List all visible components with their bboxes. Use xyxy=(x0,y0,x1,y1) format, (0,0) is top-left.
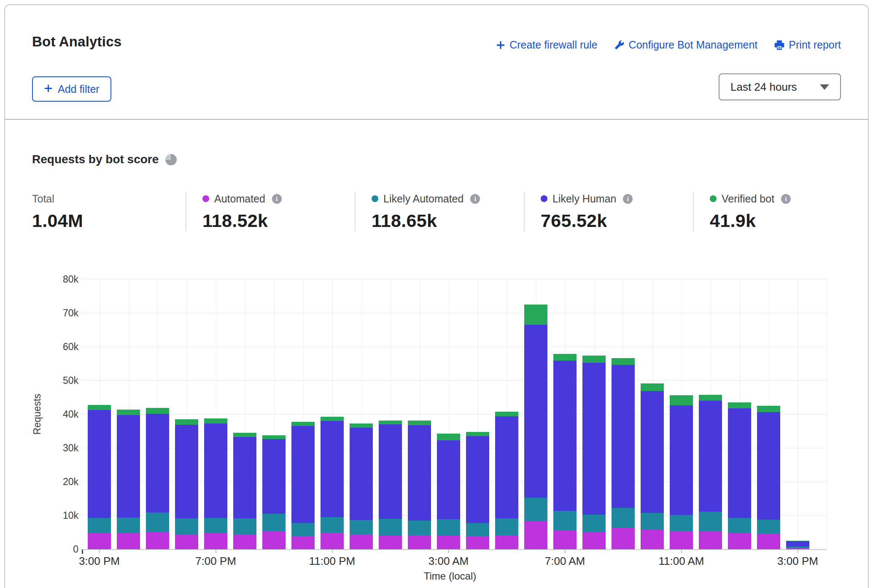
bar-segment-likely-human[interactable] xyxy=(466,436,489,523)
bar-segment-verified-bot[interactable] xyxy=(204,418,227,423)
bar-segment-likely-automated[interactable] xyxy=(88,518,111,534)
bar-segment-automated[interactable] xyxy=(757,534,780,549)
bar-segment-verified-bot[interactable] xyxy=(786,541,809,541)
bar-segment-likely-human[interactable] xyxy=(175,425,198,518)
add-filter-button[interactable]: Add filter xyxy=(32,76,111,102)
bar-segment-likely-human[interactable] xyxy=(495,416,518,518)
bar-segment-verified-bot[interactable] xyxy=(466,432,489,436)
info-icon[interactable]: i xyxy=(272,194,282,204)
bar-segment-likely-human[interactable] xyxy=(786,541,809,547)
bar-segment-verified-bot[interactable] xyxy=(350,423,373,428)
bar-segment-automated[interactable] xyxy=(612,528,635,549)
bar-segment-verified-bot[interactable] xyxy=(117,410,140,415)
bar-segment-automated[interactable] xyxy=(408,535,431,549)
bar-segment-verified-bot[interactable] xyxy=(379,421,402,424)
bar-segment-verified-bot[interactable] xyxy=(582,356,606,363)
bar-segment-automated[interactable] xyxy=(88,533,111,549)
bar-segment-verified-bot[interactable] xyxy=(612,358,635,365)
print-report-link[interactable]: Print report xyxy=(774,39,841,51)
bar-segment-likely-automated[interactable] xyxy=(495,518,518,535)
bar-segment-verified-bot[interactable] xyxy=(728,402,751,408)
bar-segment-automated[interactable] xyxy=(146,532,169,549)
bar-segment-likely-automated[interactable] xyxy=(233,518,256,534)
info-icon[interactable]: i xyxy=(623,194,633,204)
bar-segment-automated[interactable] xyxy=(728,533,751,549)
bar-segment-likely-human[interactable] xyxy=(291,426,315,523)
bar-segment-likely-automated[interactable] xyxy=(204,518,227,534)
configure-bot-management-link[interactable]: Configure Bot Management xyxy=(614,39,758,51)
info-icon[interactable]: i xyxy=(781,194,791,204)
bar-segment-likely-automated[interactable] xyxy=(786,547,809,548)
bar-segment-likely-automated[interactable] xyxy=(175,518,198,534)
bar-segment-automated[interactable] xyxy=(466,536,489,549)
bar-segment-likely-automated[interactable] xyxy=(379,519,402,536)
bar-segment-automated[interactable] xyxy=(204,533,227,549)
bar-segment-likely-human[interactable] xyxy=(262,439,286,514)
bar-segment-likely-human[interactable] xyxy=(437,440,460,519)
bar-segment-verified-bot[interactable] xyxy=(262,435,286,439)
bar-segment-verified-bot[interactable] xyxy=(641,383,664,391)
bar-segment-likely-automated[interactable] xyxy=(466,523,489,536)
bar-segment-likely-automated[interactable] xyxy=(699,512,722,531)
bar-segment-likely-automated[interactable] xyxy=(641,513,664,530)
bar-segment-likely-automated[interactable] xyxy=(117,518,140,533)
bar-segment-verified-bot[interactable] xyxy=(321,417,344,421)
bar-segment-verified-bot[interactable] xyxy=(408,421,431,425)
bar-segment-automated[interactable] xyxy=(233,535,256,549)
bar-segment-likely-automated[interactable] xyxy=(262,514,286,531)
bar-segment-likely-human[interactable] xyxy=(321,421,344,517)
bar-segment-likely-human[interactable] xyxy=(146,414,169,512)
bar-segment-verified-bot[interactable] xyxy=(88,405,111,410)
bar-segment-automated[interactable] xyxy=(321,533,344,549)
bar-segment-likely-human[interactable] xyxy=(699,401,722,512)
bar-segment-verified-bot[interactable] xyxy=(699,395,722,401)
bar-segment-automated[interactable] xyxy=(379,536,402,549)
bar-segment-verified-bot[interactable] xyxy=(233,433,256,437)
bar-segment-likely-human[interactable] xyxy=(117,415,140,517)
bar-segment-verified-bot[interactable] xyxy=(146,408,169,414)
bar-segment-verified-bot[interactable] xyxy=(670,395,693,405)
bar-segment-likely-human[interactable] xyxy=(641,391,664,513)
bar-segment-verified-bot[interactable] xyxy=(437,434,460,440)
bar-segment-likely-human[interactable] xyxy=(350,428,373,520)
bar-segment-likely-automated[interactable] xyxy=(350,520,373,535)
bar-segment-automated[interactable] xyxy=(582,532,606,549)
bar-segment-likely-human[interactable] xyxy=(757,412,780,519)
bar-segment-likely-human[interactable] xyxy=(408,425,431,521)
bar-segment-likely-human[interactable] xyxy=(612,365,635,507)
bar-segment-automated[interactable] xyxy=(641,530,664,549)
bar-segment-automated[interactable] xyxy=(262,531,286,549)
time-range-select[interactable]: Last 24 hours xyxy=(719,73,841,100)
bar-segment-likely-human[interactable] xyxy=(553,361,577,511)
bar-segment-verified-bot[interactable] xyxy=(524,305,547,325)
bar-segment-automated[interactable] xyxy=(495,535,518,549)
bar-segment-likely-human[interactable] xyxy=(728,408,751,518)
bar-segment-likely-automated[interactable] xyxy=(670,515,693,531)
bar-segment-likely-automated[interactable] xyxy=(553,511,577,531)
bar-segment-automated[interactable] xyxy=(699,531,722,549)
bar-segment-automated[interactable] xyxy=(175,534,198,549)
create-firewall-rule-link[interactable]: Create firewall rule xyxy=(496,39,597,51)
bar-segment-verified-bot[interactable] xyxy=(495,412,518,416)
bar-segment-automated[interactable] xyxy=(437,536,460,549)
bar-segment-verified-bot[interactable] xyxy=(291,422,315,426)
bar-segment-likely-automated[interactable] xyxy=(146,512,169,532)
bar-segment-likely-automated[interactable] xyxy=(321,517,344,533)
bar-segment-likely-human[interactable] xyxy=(670,405,693,515)
bar-segment-automated[interactable] xyxy=(786,548,809,549)
bar-segment-likely-automated[interactable] xyxy=(437,519,460,536)
info-icon[interactable]: i xyxy=(470,194,480,204)
bar-segment-likely-human[interactable] xyxy=(204,423,227,518)
bar-segment-likely-automated[interactable] xyxy=(582,515,606,532)
bar-segment-likely-automated[interactable] xyxy=(408,521,431,535)
bar-segment-likely-human[interactable] xyxy=(233,437,256,518)
bar-segment-verified-bot[interactable] xyxy=(757,406,780,412)
bar-segment-automated[interactable] xyxy=(117,533,140,549)
bar-segment-automated[interactable] xyxy=(670,531,693,549)
bar-segment-likely-human[interactable] xyxy=(88,410,111,518)
bar-segment-automated[interactable] xyxy=(291,536,315,549)
bar-segment-likely-human[interactable] xyxy=(379,424,402,519)
bar-segment-automated[interactable] xyxy=(524,521,547,549)
bar-segment-likely-human[interactable] xyxy=(524,325,547,498)
bar-segment-automated[interactable] xyxy=(350,535,373,549)
